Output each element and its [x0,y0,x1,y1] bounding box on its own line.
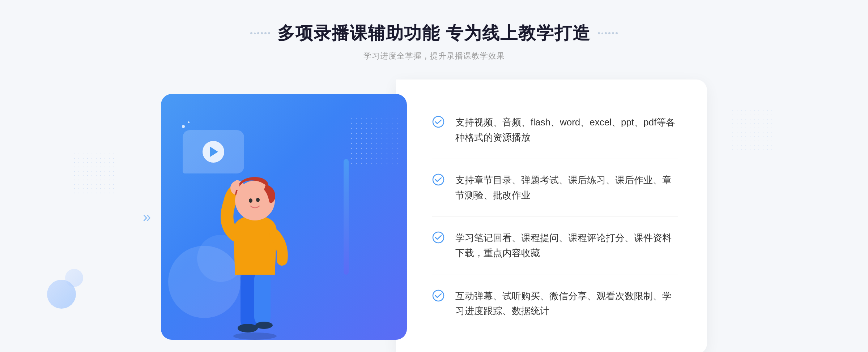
feature-item-3: 学习笔记回看、课程提问、课程评论打分、课件资料下载，重点内容收藏 [432,217,678,275]
check-circle-icon-1 [432,116,444,128]
main-title: 多项录播课辅助功能 专为线上教学打造 [277,22,590,45]
bg-dots-right [731,108,774,152]
feature-item-4: 互动弹幕、试听购买、微信分享、观看次数限制、学习进度跟踪、数据统计 [432,275,678,332]
svg-rect-9 [235,180,239,190]
person-illustration [197,159,313,340]
chevron-right-icon: » [143,209,151,224]
content-card: 支持视频、音频、flash、word、excel、ppt、pdf等各种格式的资源… [396,80,707,352]
sparkle-dot-large [182,125,185,128]
sparkle-decoration [182,123,190,129]
svg-point-7 [249,198,252,203]
illustration-card [161,94,407,340]
content-area: » [109,80,760,352]
sparkle-dot-small [188,121,190,123]
header-decorators: 多项录播课辅助功能 专为线上教学打造 [250,22,617,45]
header-section: 多项录播课辅助功能 专为线上教学打造 学习进度全掌握，提升录播课教学效果 [250,22,617,61]
check-circle-icon-4 [432,289,444,302]
feature-item-2: 支持章节目录、弹题考试、课后练习、课后作业、章节测验、批改作业 [432,159,678,217]
feature-item-1: 支持视频、音频、flash、word、excel、ppt、pdf等各种格式的资源… [432,101,678,159]
arrow-left-decoration: » [143,209,151,225]
svg-point-0 [233,332,277,340]
feature-text-3: 学习笔记回看、课程提问、课程评论打分、课件资料下载，重点内容收藏 [455,231,678,261]
feature-text-2: 支持章节目录、弹题考试、课后练习、课后作业、章节测验、批改作业 [455,173,678,203]
svg-point-4 [255,322,273,329]
bg-dots-left [72,152,116,195]
svg-point-8 [256,198,260,202]
decorator-dots-right [598,32,618,34]
check-circle-icon-2 [432,173,444,186]
feature-text-4: 互动弹幕、试听购买、微信分享、观看次数限制、学习进度跟踪、数据统计 [455,289,678,319]
svg-point-13 [433,290,444,301]
svg-point-10 [433,116,444,127]
deco-circle-small [65,269,83,287]
feature-text-1: 支持视频、音频、flash、word、excel、ppt、pdf等各种格式的资源… [455,115,678,145]
svg-point-11 [433,174,444,185]
svg-point-12 [433,232,444,243]
svg-rect-2 [254,271,271,325]
subtitle: 学习进度全掌握，提升录播课教学效果 [250,51,617,61]
decorator-dots-left [250,32,270,34]
check-circle-icon-3 [432,231,444,244]
play-triangle-icon [210,147,218,157]
blue-accent-bar [344,159,349,275]
svg-point-3 [238,324,258,332]
grid-dots-decoration [349,116,400,166]
page-wrapper: 多项录播课辅助功能 专为线上教学打造 学习进度全掌握，提升录播课教学效果 » [0,0,868,352]
